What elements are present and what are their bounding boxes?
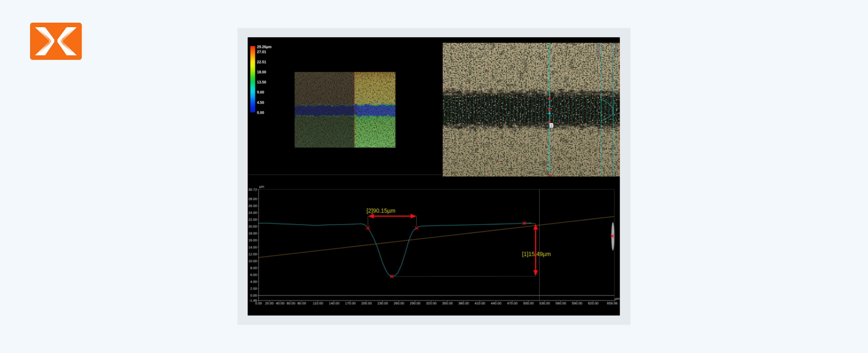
svg-text:[2]90.15µm: [2]90.15µm: [367, 207, 396, 214]
svg-text:µm: µm: [259, 184, 264, 188]
svg-text:13.50: 13.50: [257, 80, 266, 84]
svg-text:659.06: 659.06: [607, 301, 618, 305]
svg-text:29.26µm: 29.26µm: [257, 45, 272, 49]
svg-text:14.00: 14.00: [248, 245, 257, 249]
svg-text:0.00: 0.00: [257, 111, 264, 115]
svg-text:5.45µm: 5.45µm: [615, 44, 618, 54]
svg-text:22.51: 22.51: [257, 60, 266, 64]
svg-text:22.00: 22.00: [248, 217, 257, 221]
svg-text:4.00: 4.00: [250, 280, 257, 284]
svg-text:6.00: 6.00: [250, 273, 257, 277]
svg-text:20.00: 20.00: [248, 224, 257, 228]
svg-text:9.00: 9.00: [257, 90, 264, 94]
svg-text:8.00: 8.00: [250, 266, 257, 270]
svg-text:30.72: 30.72: [248, 187, 257, 191]
svg-text:10.00: 10.00: [248, 259, 257, 263]
svg-text:16.00: 16.00: [248, 238, 257, 242]
svg-text:µm: µm: [615, 296, 620, 301]
svg-text:27.01: 27.01: [257, 50, 266, 54]
svg-text:7209.5µm: 7209.5µm: [597, 44, 600, 58]
svg-text:18.00: 18.00: [257, 70, 266, 74]
svg-text:26.00: 26.00: [248, 204, 257, 208]
svg-text:0.00: 0.00: [250, 293, 257, 297]
svg-text:18.00: 18.00: [248, 231, 257, 235]
svg-text:[1]15.49µm: [1]15.49µm: [522, 251, 551, 257]
svg-text:4.50: 4.50: [257, 101, 264, 105]
svg-text:2: 2: [551, 123, 552, 128]
svg-text:24.00: 24.00: [248, 211, 257, 215]
svg-text:12.00: 12.00: [248, 252, 257, 256]
svg-text:28.00: 28.00: [248, 197, 257, 201]
svg-text:2.00: 2.00: [250, 286, 257, 290]
